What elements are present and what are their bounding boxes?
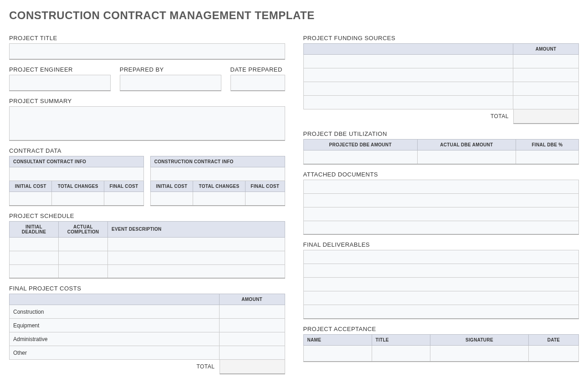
table-cell[interactable] [10,251,59,264]
page-columns: PROJECT TITLE PROJECT ENGINEER PREPARED … [9,28,579,374]
project-engineer-input[interactable] [9,75,111,91]
consultant-info-header: CONSULTANT CONTRACT INFO [10,156,144,167]
table-cell[interactable] [59,264,108,278]
deliverable-cell[interactable] [303,264,579,278]
actual-dbe-header: ACTUAL DBE AMOUNT [417,140,516,150]
deliverable-cell[interactable] [303,250,579,264]
attached-documents-table [303,180,579,235]
final-cost-header-2: FINAL COST [245,181,285,192]
acceptance-title-cell[interactable] [372,345,430,362]
cost-row-label: Construction [10,305,220,319]
project-schedule-label: PROJECT SCHEDULE [9,212,285,219]
acceptance-name-cell[interactable] [303,345,372,362]
document-cell[interactable] [303,221,579,234]
funding-source-cell[interactable] [303,96,513,109]
costs-total-label: TOTAL [192,360,219,374]
cost-amount[interactable] [219,332,285,346]
consultant-total-changes[interactable] [52,192,104,206]
table-cell[interactable] [108,264,285,278]
amount-header: AMOUNT [219,294,285,305]
initial-cost-header: INITIAL COST [10,181,52,192]
cost-amount[interactable] [219,346,285,360]
cost-row-label: Administrative [10,332,220,346]
signature-header: SIGNATURE [430,334,528,345]
project-schedule-table: INITIAL DEADLINE ACTUAL COMPLETION EVENT… [9,221,285,279]
right-column: PROJECT FUNDING SOURCES AMOUNT TOTAL PRO… [303,28,579,374]
consultant-final-cost[interactable] [104,192,144,206]
blank-header [10,294,220,305]
table-cell[interactable] [108,251,285,264]
prepared-by-input[interactable] [120,75,221,91]
project-summary-input[interactable] [9,106,285,141]
actual-completion-header: ACTUAL COMPLETION [59,221,108,237]
final-dbe-header: FINAL DBE % [516,140,578,150]
consultant-initial-cost[interactable] [10,192,52,206]
cost-row-label: Equipment [10,319,220,332]
contract-data-label: CONTRACT DATA [9,147,285,154]
final-deliverables-table [303,250,579,319]
funding-amount-cell[interactable] [513,68,579,82]
funding-sources-table: AMOUNT [303,43,579,109]
construction-contract-table: CONSTRUCTION CONTRACT INFO INITIAL COST … [150,156,285,206]
initial-deadline-header: INITIAL DEADLINE [10,221,59,237]
funding-source-cell[interactable] [303,82,513,96]
final-deliverables-label: FINAL DELIVERABLES [303,241,579,248]
project-summary-label: PROJECT SUMMARY [9,98,285,104]
table-cell[interactable] [59,237,108,251]
funding-source-cell[interactable] [303,55,513,68]
projected-dbe-header: PROJECTED DBE AMOUNT [303,140,417,150]
left-column: PROJECT TITLE PROJECT ENGINEER PREPARED … [9,28,285,374]
date-prepared-label: DATE PREPARED [230,66,285,73]
table-cell[interactable] [108,237,285,251]
final-cost-header: FINAL COST [104,181,144,192]
date-prepared-input[interactable] [230,75,285,91]
deliverable-cell[interactable] [303,305,579,319]
name-header: NAME [303,334,372,345]
funding-sources-label: PROJECT FUNDING SOURCES [303,35,579,41]
funding-total-box[interactable] [513,109,579,124]
table-cell[interactable] [59,251,108,264]
table-cell[interactable] [10,237,59,251]
actual-dbe-cell[interactable] [417,150,516,164]
prepared-by-label: PREPARED BY [120,66,221,73]
document-cell[interactable] [303,207,579,221]
date-header: DATE [529,334,579,345]
acceptance-date-cell[interactable] [529,345,579,362]
total-changes-header-2: TOTAL CHANGES [193,181,245,192]
table-cell[interactable] [10,264,59,278]
document-cell[interactable] [303,193,579,207]
consultant-info-cell[interactable] [10,167,144,181]
funding-amount-cell[interactable] [513,82,579,96]
costs-total-box[interactable] [220,360,285,374]
construction-total-changes[interactable] [193,192,245,206]
project-title-label: PROJECT TITLE [9,35,285,41]
initial-cost-header-2: INITIAL COST [150,181,193,192]
funding-amount-cell[interactable] [513,96,579,109]
funding-total-label: TOTAL [486,109,513,124]
attached-documents-label: ATTACHED DOCUMENTS [303,171,579,178]
final-project-costs-label: FINAL PROJECT COSTS [9,285,285,292]
project-acceptance-label: PROJECT ACCEPTANCE [303,326,579,332]
dbe-utilization-table: PROJECTED DBE AMOUNT ACTUAL DBE AMOUNT F… [303,139,579,165]
deliverable-cell[interactable] [303,278,579,291]
funding-source-cell[interactable] [303,68,513,82]
project-title-input[interactable] [9,43,285,60]
consultant-contract-table: CONSULTANT CONTRACT INFO INITIAL COST TO… [9,156,144,206]
cost-amount[interactable] [219,319,285,332]
construction-initial-cost[interactable] [150,192,193,206]
acceptance-signature-cell[interactable] [430,345,528,362]
blank-header [303,44,513,55]
title-header: TITLE [372,334,430,345]
project-acceptance-table: NAME TITLE SIGNATURE DATE [303,334,579,362]
projected-dbe-cell[interactable] [303,150,417,164]
document-cell[interactable] [303,180,579,193]
project-engineer-label: PROJECT ENGINEER [9,66,111,73]
final-dbe-cell[interactable] [516,150,578,164]
deliverable-cell[interactable] [303,291,579,305]
construction-info-header: CONSTRUCTION CONTRACT INFO [150,156,285,167]
construction-final-cost[interactable] [245,192,285,206]
construction-info-cell[interactable] [150,167,285,181]
cost-amount[interactable] [219,305,285,319]
funding-amount-cell[interactable] [513,55,579,68]
total-changes-header: TOTAL CHANGES [52,181,104,192]
